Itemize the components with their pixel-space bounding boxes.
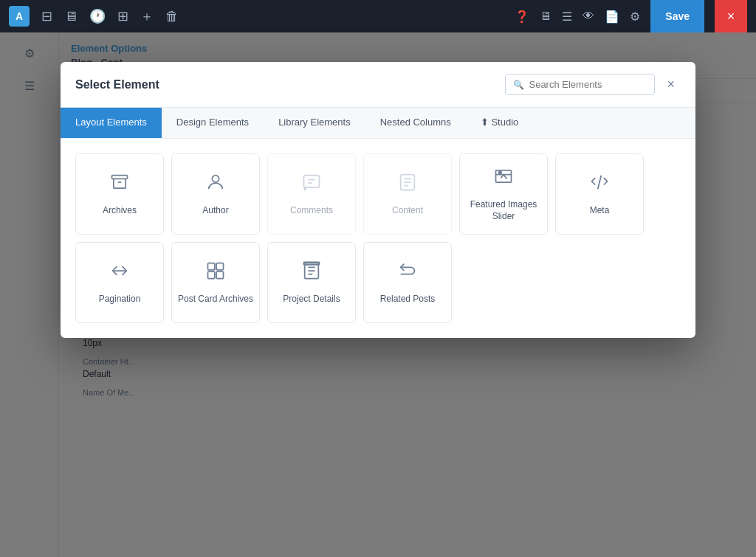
svg-rect-9: [216, 271, 223, 278]
element-card-related-posts[interactable]: Related Posts: [363, 242, 452, 323]
modal-close-button[interactable]: ×: [661, 74, 681, 95]
tab-nested-columns[interactable]: Nested Columns: [365, 108, 466, 138]
tab-studio[interactable]: ⬆ Studio: [466, 108, 533, 138]
modal-search-area: 🔍 ×: [505, 74, 681, 95]
element-card-content: Content: [363, 153, 452, 235]
svg-rect-2: [304, 175, 320, 187]
sidebar-toggle-icon[interactable]: ⊟: [41, 8, 52, 24]
post-card-archives-label: Post Card Archives: [178, 294, 253, 305]
related-posts-label: Related Posts: [380, 294, 436, 305]
svg-rect-7: [216, 263, 223, 269]
author-label: Author: [202, 205, 228, 217]
element-card-meta[interactable]: Meta: [555, 153, 644, 235]
toolbar-left: A ⊟ 🖥 🕐 ⊞ ＋ 🗑: [9, 6, 179, 27]
search-box: 🔍: [505, 74, 655, 95]
element-card-comments: Comments: [267, 153, 356, 235]
trash-icon[interactable]: 🗑: [165, 9, 179, 24]
content-icon: [397, 172, 418, 198]
search-input[interactable]: [529, 79, 647, 90]
archives-icon: [109, 172, 130, 198]
pagination-icon: [109, 260, 130, 286]
project-details-icon: [301, 260, 322, 286]
modal-tabs: Layout Elements Design Elements Library …: [61, 108, 695, 139]
select-element-modal: Select Element 🔍 × Layout Elements Desig…: [61, 62, 695, 338]
archives-label: Archives: [103, 205, 137, 217]
toolbar-right: ❓ 🖥 ☰ 👁 📄 ⚙ Save ×: [515, 0, 747, 32]
main-area: ⚙ ☰ Element Options Blog - Cont... Gener…: [0, 32, 756, 557]
meta-label: Meta: [590, 205, 610, 217]
add-icon[interactable]: ＋: [140, 7, 154, 25]
save-button[interactable]: Save: [650, 0, 704, 32]
featured-images-slider-icon: [493, 166, 514, 192]
element-card-pagination[interactable]: Pagination: [75, 242, 164, 323]
tab-library-elements[interactable]: Library Elements: [264, 108, 365, 138]
featured-images-slider-label: Featured Images Slider: [460, 199, 547, 222]
author-icon: [205, 172, 226, 198]
settings-icon[interactable]: ⚙: [630, 10, 640, 24]
element-card-featured-images-slider[interactable]: Featured Images Slider: [459, 153, 548, 235]
tab-layout-elements[interactable]: Layout Elements: [61, 108, 162, 138]
modal-overlay: Select Element 🔍 × Layout Elements Desig…: [0, 32, 756, 557]
related-posts-icon: [397, 260, 418, 286]
comments-label: Comments: [290, 205, 333, 217]
svg-point-5: [499, 171, 502, 174]
comments-icon: [301, 172, 322, 198]
layout-icon[interactable]: ☰: [562, 10, 572, 24]
structure-icon[interactable]: ⊞: [117, 8, 128, 24]
element-card-project-details[interactable]: Project Details: [267, 242, 356, 323]
desktop-icon[interactable]: 🖥: [540, 10, 551, 23]
svg-rect-8: [208, 271, 215, 278]
app-logo[interactable]: A: [9, 6, 30, 27]
help-icon[interactable]: ❓: [515, 10, 529, 24]
element-card-author[interactable]: Author: [171, 153, 260, 235]
tab-design-elements[interactable]: Design Elements: [162, 108, 264, 138]
meta-icon: [589, 172, 610, 198]
post-card-archives-icon: [205, 260, 226, 286]
project-details-label: Project Details: [283, 294, 340, 305]
elements-grid: Archives Author: [61, 139, 695, 338]
pages-icon[interactable]: 🖥: [64, 9, 78, 24]
modal-header: Select Element 🔍 ×: [61, 62, 695, 108]
svg-rect-6: [208, 263, 215, 269]
svg-rect-0: [112, 175, 128, 179]
preview-icon[interactable]: 👁: [583, 10, 594, 23]
page-icon[interactable]: 📄: [605, 10, 619, 24]
element-card-post-card-archives[interactable]: Post Card Archives: [171, 242, 260, 323]
search-icon: 🔍: [513, 80, 524, 90]
svg-rect-4: [496, 170, 512, 182]
pagination-label: Pagination: [99, 294, 141, 305]
history-icon[interactable]: 🕐: [89, 8, 106, 24]
svg-point-1: [212, 175, 219, 181]
content-label: Content: [392, 205, 423, 217]
modal-title: Select Element: [75, 78, 159, 91]
element-card-archives[interactable]: Archives: [75, 153, 164, 235]
top-toolbar: A ⊟ 🖥 🕐 ⊞ ＋ 🗑 ❓ 🖥 ☰ 👁 📄 ⚙ Save ×: [0, 0, 756, 32]
close-button[interactable]: ×: [715, 0, 747, 32]
